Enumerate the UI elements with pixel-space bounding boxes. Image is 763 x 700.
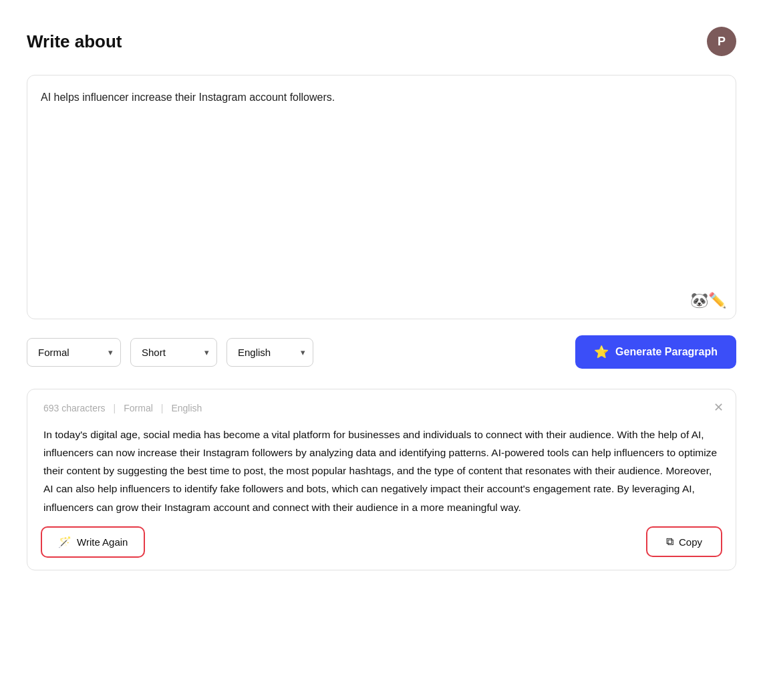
meta-divider-2: | [161,403,164,413]
result-tone: Formal [124,403,153,413]
star-icon: ⭐ [594,345,609,359]
page-title: Write about [27,31,122,52]
language-select[interactable]: English Spanish French German [226,338,313,367]
tone-select[interactable]: Formal Casual Professional Friendly [27,338,121,367]
controls-row: Formal Casual Professional Friendly ▾ Sh… [27,335,736,369]
copy-icon: ⧉ [666,536,673,548]
generate-button-label: Generate Paragraph [615,346,718,358]
result-characters: 693 characters [43,403,106,413]
page-header: Write about P [27,27,736,56]
emoji-pencil-icon: 🐼✏️ [690,292,726,309]
avatar[interactable]: P [707,27,736,56]
copy-label: Copy [679,536,702,548]
result-meta: 693 characters | Formal | English [43,403,720,413]
result-language: English [171,403,202,413]
tone-select-wrapper: Formal Casual Professional Friendly ▾ [27,338,121,367]
close-button[interactable]: ✕ [714,401,724,413]
write-about-textarea[interactable] [41,89,722,303]
input-card: 🐼✏️ [27,75,736,319]
result-card: 693 characters | Formal | English ✕ In t… [27,389,736,570]
write-again-label: Write Again [77,536,128,548]
length-select[interactable]: Short Medium Long [130,338,217,367]
write-again-button[interactable]: 🪄 Write Again [41,526,145,558]
result-actions: 🪄 Write Again ⧉ Copy [41,526,722,558]
wand-icon: 🪄 [58,536,71,548]
copy-button[interactable]: ⧉ Copy [646,526,722,557]
meta-divider-1: | [114,403,116,413]
generate-paragraph-button[interactable]: ⭐ Generate Paragraph [575,335,736,369]
language-select-wrapper: English Spanish French German ▾ [226,338,313,367]
length-select-wrapper: Short Medium Long ▾ [130,338,217,367]
result-text: In today's digital age, social media has… [43,425,720,516]
